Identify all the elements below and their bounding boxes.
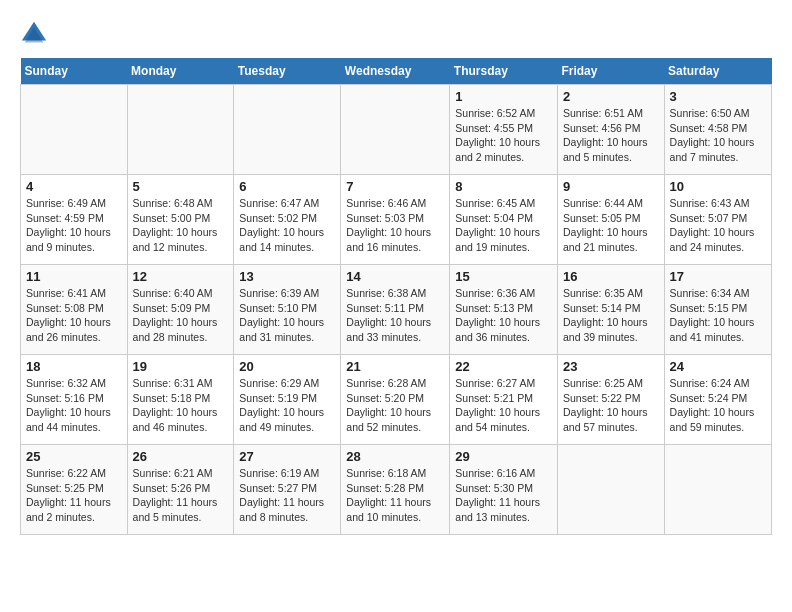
day-detail: Sunrise: 6:27 AM Sunset: 5:21 PM Dayligh… <box>455 376 552 435</box>
day-cell: 13Sunrise: 6:39 AM Sunset: 5:10 PM Dayli… <box>234 265 341 355</box>
day-detail: Sunrise: 6:49 AM Sunset: 4:59 PM Dayligh… <box>26 196 122 255</box>
day-detail: Sunrise: 6:47 AM Sunset: 5:02 PM Dayligh… <box>239 196 335 255</box>
day-number: 21 <box>346 359 444 374</box>
calendar-body: 1Sunrise: 6:52 AM Sunset: 4:55 PM Daylig… <box>21 85 772 535</box>
day-cell: 20Sunrise: 6:29 AM Sunset: 5:19 PM Dayli… <box>234 355 341 445</box>
day-detail: Sunrise: 6:40 AM Sunset: 5:09 PM Dayligh… <box>133 286 229 345</box>
calendar-table: SundayMondayTuesdayWednesdayThursdayFrid… <box>20 58 772 535</box>
day-detail: Sunrise: 6:32 AM Sunset: 5:16 PM Dayligh… <box>26 376 122 435</box>
day-number: 6 <box>239 179 335 194</box>
calendar-header: SundayMondayTuesdayWednesdayThursdayFrid… <box>21 58 772 85</box>
header-row: SundayMondayTuesdayWednesdayThursdayFrid… <box>21 58 772 85</box>
day-cell: 23Sunrise: 6:25 AM Sunset: 5:22 PM Dayli… <box>557 355 664 445</box>
day-number: 26 <box>133 449 229 464</box>
day-detail: Sunrise: 6:41 AM Sunset: 5:08 PM Dayligh… <box>26 286 122 345</box>
day-number: 2 <box>563 89 659 104</box>
day-detail: Sunrise: 6:35 AM Sunset: 5:14 PM Dayligh… <box>563 286 659 345</box>
day-detail: Sunrise: 6:31 AM Sunset: 5:18 PM Dayligh… <box>133 376 229 435</box>
day-cell: 16Sunrise: 6:35 AM Sunset: 5:14 PM Dayli… <box>557 265 664 355</box>
day-cell <box>557 445 664 535</box>
day-number: 10 <box>670 179 766 194</box>
week-row-4: 18Sunrise: 6:32 AM Sunset: 5:16 PM Dayli… <box>21 355 772 445</box>
header-day-thursday: Thursday <box>450 58 558 85</box>
day-number: 22 <box>455 359 552 374</box>
day-cell <box>21 85 128 175</box>
day-number: 14 <box>346 269 444 284</box>
day-cell <box>664 445 771 535</box>
day-detail: Sunrise: 6:50 AM Sunset: 4:58 PM Dayligh… <box>670 106 766 165</box>
day-cell: 17Sunrise: 6:34 AM Sunset: 5:15 PM Dayli… <box>664 265 771 355</box>
day-cell: 29Sunrise: 6:16 AM Sunset: 5:30 PM Dayli… <box>450 445 558 535</box>
day-number: 29 <box>455 449 552 464</box>
day-detail: Sunrise: 6:34 AM Sunset: 5:15 PM Dayligh… <box>670 286 766 345</box>
day-detail: Sunrise: 6:39 AM Sunset: 5:10 PM Dayligh… <box>239 286 335 345</box>
day-cell: 14Sunrise: 6:38 AM Sunset: 5:11 PM Dayli… <box>341 265 450 355</box>
day-cell: 12Sunrise: 6:40 AM Sunset: 5:09 PM Dayli… <box>127 265 234 355</box>
day-cell: 5Sunrise: 6:48 AM Sunset: 5:00 PM Daylig… <box>127 175 234 265</box>
day-detail: Sunrise: 6:44 AM Sunset: 5:05 PM Dayligh… <box>563 196 659 255</box>
day-number: 4 <box>26 179 122 194</box>
day-cell: 27Sunrise: 6:19 AM Sunset: 5:27 PM Dayli… <box>234 445 341 535</box>
day-detail: Sunrise: 6:52 AM Sunset: 4:55 PM Dayligh… <box>455 106 552 165</box>
day-cell: 9Sunrise: 6:44 AM Sunset: 5:05 PM Daylig… <box>557 175 664 265</box>
day-number: 8 <box>455 179 552 194</box>
day-cell <box>127 85 234 175</box>
day-cell: 26Sunrise: 6:21 AM Sunset: 5:26 PM Dayli… <box>127 445 234 535</box>
day-detail: Sunrise: 6:38 AM Sunset: 5:11 PM Dayligh… <box>346 286 444 345</box>
week-row-3: 11Sunrise: 6:41 AM Sunset: 5:08 PM Dayli… <box>21 265 772 355</box>
day-number: 27 <box>239 449 335 464</box>
day-detail: Sunrise: 6:16 AM Sunset: 5:30 PM Dayligh… <box>455 466 552 525</box>
day-number: 16 <box>563 269 659 284</box>
day-number: 17 <box>670 269 766 284</box>
day-detail: Sunrise: 6:19 AM Sunset: 5:27 PM Dayligh… <box>239 466 335 525</box>
day-number: 19 <box>133 359 229 374</box>
header-day-monday: Monday <box>127 58 234 85</box>
day-number: 7 <box>346 179 444 194</box>
day-number: 12 <box>133 269 229 284</box>
day-detail: Sunrise: 6:25 AM Sunset: 5:22 PM Dayligh… <box>563 376 659 435</box>
day-number: 23 <box>563 359 659 374</box>
day-number: 3 <box>670 89 766 104</box>
day-number: 25 <box>26 449 122 464</box>
day-number: 9 <box>563 179 659 194</box>
day-number: 11 <box>26 269 122 284</box>
day-cell: 25Sunrise: 6:22 AM Sunset: 5:25 PM Dayli… <box>21 445 128 535</box>
day-cell: 10Sunrise: 6:43 AM Sunset: 5:07 PM Dayli… <box>664 175 771 265</box>
day-detail: Sunrise: 6:48 AM Sunset: 5:00 PM Dayligh… <box>133 196 229 255</box>
day-detail: Sunrise: 6:36 AM Sunset: 5:13 PM Dayligh… <box>455 286 552 345</box>
day-detail: Sunrise: 6:24 AM Sunset: 5:24 PM Dayligh… <box>670 376 766 435</box>
day-number: 5 <box>133 179 229 194</box>
day-detail: Sunrise: 6:28 AM Sunset: 5:20 PM Dayligh… <box>346 376 444 435</box>
day-cell: 4Sunrise: 6:49 AM Sunset: 4:59 PM Daylig… <box>21 175 128 265</box>
day-number: 20 <box>239 359 335 374</box>
day-detail: Sunrise: 6:22 AM Sunset: 5:25 PM Dayligh… <box>26 466 122 525</box>
day-detail: Sunrise: 6:21 AM Sunset: 5:26 PM Dayligh… <box>133 466 229 525</box>
day-cell: 15Sunrise: 6:36 AM Sunset: 5:13 PM Dayli… <box>450 265 558 355</box>
day-cell: 21Sunrise: 6:28 AM Sunset: 5:20 PM Dayli… <box>341 355 450 445</box>
day-cell: 11Sunrise: 6:41 AM Sunset: 5:08 PM Dayli… <box>21 265 128 355</box>
day-cell: 1Sunrise: 6:52 AM Sunset: 4:55 PM Daylig… <box>450 85 558 175</box>
header-day-wednesday: Wednesday <box>341 58 450 85</box>
day-detail: Sunrise: 6:29 AM Sunset: 5:19 PM Dayligh… <box>239 376 335 435</box>
day-detail: Sunrise: 6:43 AM Sunset: 5:07 PM Dayligh… <box>670 196 766 255</box>
day-cell: 7Sunrise: 6:46 AM Sunset: 5:03 PM Daylig… <box>341 175 450 265</box>
day-cell: 18Sunrise: 6:32 AM Sunset: 5:16 PM Dayli… <box>21 355 128 445</box>
day-cell: 24Sunrise: 6:24 AM Sunset: 5:24 PM Dayli… <box>664 355 771 445</box>
day-cell: 22Sunrise: 6:27 AM Sunset: 5:21 PM Dayli… <box>450 355 558 445</box>
header-day-tuesday: Tuesday <box>234 58 341 85</box>
day-detail: Sunrise: 6:46 AM Sunset: 5:03 PM Dayligh… <box>346 196 444 255</box>
day-number: 13 <box>239 269 335 284</box>
day-cell: 6Sunrise: 6:47 AM Sunset: 5:02 PM Daylig… <box>234 175 341 265</box>
page-header <box>20 20 772 48</box>
day-detail: Sunrise: 6:18 AM Sunset: 5:28 PM Dayligh… <box>346 466 444 525</box>
week-row-2: 4Sunrise: 6:49 AM Sunset: 4:59 PM Daylig… <box>21 175 772 265</box>
day-cell: 8Sunrise: 6:45 AM Sunset: 5:04 PM Daylig… <box>450 175 558 265</box>
week-row-5: 25Sunrise: 6:22 AM Sunset: 5:25 PM Dayli… <box>21 445 772 535</box>
day-number: 24 <box>670 359 766 374</box>
day-cell <box>234 85 341 175</box>
day-number: 15 <box>455 269 552 284</box>
header-day-sunday: Sunday <box>21 58 128 85</box>
day-detail: Sunrise: 6:51 AM Sunset: 4:56 PM Dayligh… <box>563 106 659 165</box>
day-cell: 3Sunrise: 6:50 AM Sunset: 4:58 PM Daylig… <box>664 85 771 175</box>
logo <box>20 20 52 48</box>
